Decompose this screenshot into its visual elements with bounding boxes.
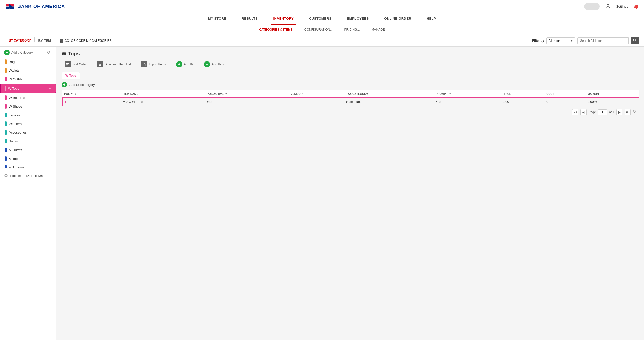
color-bar-w-bottoms — [5, 95, 7, 100]
import-items-btn[interactable]: Import Items — [138, 60, 169, 69]
help-icon-prompt[interactable]: ? — [449, 92, 451, 95]
add-kit-btn[interactable]: + Add Kit — [173, 60, 197, 69]
sidebar-item-label: M Bottoms — [9, 166, 25, 168]
download-label: Download Item List — [105, 63, 131, 66]
page-input[interactable] — [598, 109, 607, 115]
edit-multiple-items-btn[interactable]: ⚙ EDIT MULTIPLE ITEMS — [0, 170, 56, 181]
add-category-btn[interactable]: + Add a Category — [4, 50, 33, 55]
subnav-pricing[interactable]: PRICING... — [342, 27, 362, 33]
subnav-configuration[interactable]: CONFIGURATION... — [302, 27, 335, 33]
pagination-row: ⏮ ◀ Page of 1 ▶ ⏭ ↻ — [62, 106, 639, 118]
col-pos-active: POS ACTIVE ? — [205, 90, 289, 98]
header-right: Settings — [584, 3, 639, 10]
add-subcategory-btn[interactable]: + — [62, 82, 67, 87]
col-pos-label: POS # — [64, 92, 72, 95]
sidebar-item-wallets[interactable]: Wallets — [0, 66, 56, 75]
table-head: POS # ▲ ITEM NAME POS ACTIVE ? VENDOR TA… — [62, 90, 639, 98]
search-input[interactable] — [577, 37, 629, 44]
sidebar-item-w-bottoms[interactable]: W Bottoms — [0, 93, 56, 102]
sidebar-item-m-tops[interactable]: M Tops — [0, 154, 56, 163]
svg-point-7 — [607, 4, 609, 6]
by-category-btn[interactable]: BY CATEGORY — [5, 37, 34, 44]
refresh-page-icon[interactable]: ↻ — [633, 109, 639, 115]
import-label: Import Items — [149, 63, 166, 66]
nav-customers[interactable]: CUSTOMERS — [306, 13, 334, 25]
sidebar-item-jewelry[interactable]: Jewelry — [0, 111, 56, 119]
view-toggle: BY CATEGORY BY ITEM — [5, 37, 54, 44]
add-kit-icon: + — [176, 61, 182, 67]
col-tax-category: TAX CATEGORY — [344, 90, 434, 98]
search-button[interactable] — [631, 37, 639, 44]
search-icon — [633, 38, 637, 42]
cell-prompt: Yes — [434, 98, 501, 106]
nav-help[interactable]: HELP — [424, 13, 439, 25]
download-icon — [97, 61, 103, 67]
page-next-btn[interactable]: ▶ — [616, 109, 622, 115]
sidebar-item-socks[interactable]: Socks — [0, 137, 56, 146]
nav-online-order[interactable]: ONLINE ORDER — [382, 13, 414, 25]
sort-order-icon — [65, 61, 71, 67]
color-bar-m-outfits — [5, 148, 7, 152]
download-item-list-btn[interactable]: Download Item List — [94, 60, 134, 69]
sidebar-item-bags[interactable]: Bags — [0, 57, 56, 66]
sub-nav: CATEGORIES & ITEMS CONFIGURATION... PRIC… — [0, 25, 644, 35]
sidebar-item-w-tops[interactable]: W Tops ✏ — [0, 84, 56, 93]
sidebar-item-m-outfits[interactable]: M Outfits — [0, 146, 56, 154]
help-icon-pos-active[interactable]: ? — [225, 92, 227, 95]
col-pos[interactable]: POS # ▲ — [62, 90, 121, 98]
add-subcategory-label[interactable]: Add Subcategory — [69, 83, 95, 87]
table-body: 1 MISC W Tops Yes Sales Tax Yes 0.00 0 0… — [62, 98, 639, 106]
col-item-name: ITEM NAME — [121, 90, 205, 98]
tab-w-tops[interactable]: W Tops — [62, 72, 80, 79]
nav-my-store[interactable]: MY STORE — [205, 13, 229, 25]
col-vendor: VENDOR — [289, 90, 344, 98]
edit-icon[interactable]: ✏ — [49, 87, 52, 90]
refresh-sidebar-icon[interactable]: ↻ — [47, 50, 52, 55]
color-bar-wallets — [5, 68, 7, 73]
settings-label[interactable]: Settings — [616, 5, 628, 8]
sidebar-item-w-outfits[interactable]: W Outfits — [0, 75, 56, 84]
sidebar-item-w-shoes[interactable]: W Shoes — [0, 102, 56, 111]
category-list-scroll[interactable]: Bags Wallets W Outfits W Tops ✏ — [0, 57, 56, 168]
cell-vendor — [289, 98, 344, 106]
gear-icon[interactable] — [633, 4, 639, 9]
sidebar: + Add a Category ↻ Bags Wallets — [0, 47, 56, 340]
sidebar-item-label: W Outfits — [9, 77, 22, 81]
items-table: POS # ▲ ITEM NAME POS ACTIVE ? VENDOR TA… — [62, 90, 639, 106]
sidebar-item-label: Bags — [9, 60, 16, 64]
sidebar-item-watches[interactable]: Watches — [0, 119, 56, 128]
main-nav: MY STORE RESULTS INVENTORY CUSTOMERS EMP… — [0, 13, 644, 25]
color-bar-w-shoes — [5, 104, 7, 109]
filter-select[interactable]: All Items Active Items Inactive Items — [546, 37, 575, 44]
col-cost: COST — [544, 90, 585, 98]
sidebar-header: + Add a Category ↻ — [0, 47, 56, 57]
cell-cost: 0 — [544, 98, 585, 106]
import-icon — [141, 61, 147, 67]
nav-employees[interactable]: EMPLOYEES — [344, 13, 371, 25]
sidebar-item-accessories[interactable]: Accessories — [0, 128, 56, 137]
nav-inventory[interactable]: INVENTORY — [271, 13, 296, 25]
color-bar-bags — [5, 59, 7, 64]
nav-results[interactable]: RESULTS — [239, 13, 260, 25]
avatar[interactable] — [584, 3, 600, 10]
sort-order-label: Sort Order — [72, 63, 87, 66]
page-title: W Tops — [62, 51, 639, 57]
subnav-manage[interactable]: MANAGE — [370, 27, 387, 33]
table-row[interactable]: 1 MISC W Tops Yes Sales Tax Yes 0.00 0 0… — [62, 98, 639, 106]
color-code-label: COLOR CODE MY CATEGORIES — [65, 39, 112, 43]
svg-point-8 — [633, 39, 636, 41]
sidebar-item-m-bottoms[interactable]: M Bottoms — [0, 163, 56, 168]
sidebar-item-label: Socks — [9, 139, 18, 143]
page-last-btn[interactable]: ⏭ — [625, 109, 631, 115]
page-first-btn[interactable]: ⏮ — [572, 109, 578, 115]
color-code-checkbox[interactable]: ✓ — [60, 39, 63, 43]
add-kit-label: Add Kit — [184, 63, 194, 66]
add-item-btn[interactable]: + Add Item — [201, 60, 227, 69]
gear-sm-icon: ⚙ — [4, 173, 8, 178]
subnav-categories-items[interactable]: CATEGORIES & ITEMS — [257, 27, 294, 33]
by-item-btn[interactable]: BY ITEM — [35, 37, 54, 44]
sort-order-btn[interactable]: Sort Order — [62, 60, 90, 69]
color-bar-m-bottoms — [5, 165, 7, 168]
page-prev-btn[interactable]: ◀ — [580, 109, 587, 115]
cell-margin: 0.00% — [585, 98, 639, 106]
